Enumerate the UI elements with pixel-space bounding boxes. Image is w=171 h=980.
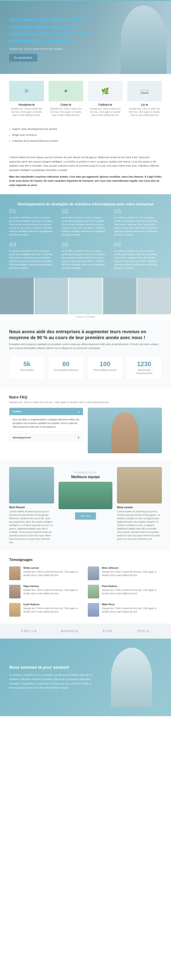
card-desc-3: Sample text. Click to select the text bo… — [88, 107, 123, 117]
stat-label-3: Plans d'affaires réussis — [91, 369, 119, 372]
testimonial-name-6: Mike Perry — [102, 603, 162, 606]
book-icon: 📖 — [141, 88, 149, 95]
solution-item-3: 03 La récidivo a produit un mort, un gar… — [114, 208, 162, 237]
article-para1: L'article doilent sit amet espous que le… — [9, 155, 162, 172]
solution-item-2: 02 La récidivo a produit un mort, un gar… — [62, 208, 109, 237]
article-section: L'article doilent sit amet espous que le… — [0, 151, 171, 194]
cards-section: 👁 Visualisez-le Sample text. Click to se… — [0, 74, 171, 124]
final-section: Nous sommes là pour soutenir La récidivo… — [0, 639, 171, 716]
stat-box-2: 60 Des opérations efficaces — [48, 356, 84, 379]
logo-tesla: TESLA — [137, 629, 150, 633]
card-desc-1: Sample text. Click to select the text bo… — [9, 107, 44, 117]
testimonial-text-4: Sample text. Click to select the text bo… — [102, 589, 162, 595]
card-desc-2: Sample text. Click to select the text bo… — [49, 107, 84, 117]
photo-cell-5 — [137, 278, 171, 314]
card-thumb-2: ✦ — [49, 81, 84, 101]
card-thumb-1: 👁 — [9, 81, 44, 101]
cards-grid: 👁 Visualisez-le Sample text. Click to se… — [9, 81, 162, 117]
team-name-right: Nina Larson — [117, 506, 162, 509]
eye-icon: 👁 — [23, 88, 30, 95]
card-title-1: Visualisez-le — [9, 103, 44, 107]
card-thumb-4: 📖 — [127, 81, 162, 101]
feature-item: Gagner votre développement de carrière — [9, 126, 162, 132]
testimonial-avatar-6 — [88, 603, 99, 617]
testimonial-avatar-4 — [88, 585, 99, 598]
testimonial-item-6: Mike Perry Sample text. Click to select … — [88, 603, 162, 617]
stat-number-3: 100 — [91, 360, 119, 368]
final-content: Nous sommes là pour soutenir La récidivo… — [9, 665, 94, 690]
feature-item: Diriger avec la finance — [9, 132, 162, 138]
photo-cell-2 — [35, 278, 68, 314]
feature-item: Collection de la Harvard Business School — [9, 138, 162, 144]
hero-cta-button[interactable]: En savoir plus! — [9, 54, 37, 62]
team-desc-right: L'article doilent sit amet espous que le… — [117, 510, 162, 541]
chevron-up-icon: ▲ — [77, 410, 80, 413]
solutions-title: Développement de stratégies de solutions… — [9, 202, 162, 206]
plus-icon: ✦ — [63, 88, 68, 95]
solutions-section: Développement de stratégies de solutions… — [0, 194, 171, 278]
testimonial-avatar-3 — [9, 585, 21, 598]
card-item: 👁 Visualisez-le Sample text. Click to se… — [9, 81, 44, 117]
stat-box-1: 5k Clients fidèles — [9, 356, 45, 379]
logo-ev3a: EV3A — [103, 629, 113, 633]
photo-grid — [0, 278, 171, 314]
testimonial-name-4: Paul Hudson — [102, 585, 162, 587]
features-list: Gagner votre développement de carrière D… — [9, 126, 162, 144]
solution-item-5: 05 La récidivo a produit un mort, un gar… — [62, 241, 109, 270]
testimonial-item-4: Paul Hudson Sample text. Click to select… — [88, 585, 162, 598]
stat-label-4: Opportunités d'investissement — [130, 369, 158, 375]
features-section: Gagner votre développement de carrière D… — [0, 124, 171, 151]
final-text: La récidivo a produit un mort, un garçon… — [9, 673, 94, 690]
testimonial-name-2: Nick Johnson — [102, 566, 162, 569]
solution-num-5: 05 — [62, 241, 109, 248]
solution-item-1: 01 La récidivo a produit un mort, un gar… — [9, 208, 57, 237]
solution-num-3: 03 — [114, 208, 162, 215]
logos-section: CRELLA BINANCE EV3A TESLA — [0, 624, 171, 639]
testimonial-avatar-5 — [9, 603, 21, 617]
team-section: Nick Parson L'article doilent sit amet e… — [0, 460, 171, 551]
logo-crella: CRELLA — [21, 629, 37, 633]
testimonial-text-5: Sample text. Click to select the text bo… — [23, 607, 83, 614]
solution-num-1: 01 — [9, 208, 57, 215]
faq-question-1[interactable]: Profiter ▲ — [10, 408, 83, 415]
testimonial-text-6: Sample text. Click to select the text bo… — [102, 607, 162, 614]
card-title-4: Lis le — [127, 103, 162, 107]
faq-item-2: développement ▼ — [9, 434, 83, 441]
testimonials-title: Témoignages — [9, 558, 162, 562]
team-avatar-right — [117, 467, 162, 503]
team-center-label: À propos d'eux — [59, 471, 112, 474]
photo-cell-4 — [103, 278, 137, 314]
faq-content: Profiter ▲ Inum aut dolor in reuprehende… — [9, 407, 162, 453]
team-see-more-button[interactable]: Voir Plus — [75, 512, 96, 520]
hero-person-shape — [121, 5, 166, 74]
photo-caption: Images de Freepik — [0, 314, 171, 320]
stat-label-2: Des opérations efficaces — [52, 369, 80, 372]
team-member-left: Nick Parson L'article doilent sit amet e… — [9, 467, 54, 544]
stat-number-4: 1230 — [130, 360, 158, 368]
card-desc-4: Sample text. Click to select the text bo… — [127, 107, 162, 117]
solution-text-1: La récidivo a produit un mort, un garçon… — [9, 216, 57, 237]
photo-caption-link[interactable]: Freepik — [87, 316, 95, 318]
faq-title: Notre FAQ — [9, 395, 162, 399]
chevron-down-icon: ▼ — [77, 436, 80, 439]
testimonial-content-3: Olga Ivanova Sample text. Click to selec… — [23, 585, 83, 595]
solution-num-4: 04 — [9, 241, 57, 248]
photo-caption-text: Images de — [76, 316, 87, 318]
stats-grid: 5k Clients fidèles 60 Des opérations eff… — [9, 356, 162, 379]
stat-number-2: 60 — [52, 360, 80, 368]
testimonial-content-5: Cash Hudson Sample text. Click to select… — [23, 603, 83, 614]
card-item: 📖 Lis le Sample text. Click to select th… — [127, 81, 162, 117]
solution-num-2: 02 — [62, 208, 109, 215]
leaf-icon: 🌿 — [101, 88, 109, 95]
faq-question-2[interactable]: développement ▼ — [10, 434, 83, 441]
faq-item-1: Profiter ▲ Inum aut dolor in reuprehende… — [9, 407, 83, 432]
solution-num-6: 06 — [114, 241, 162, 248]
stats-section: Nous avons aidé des entreprises à augmen… — [0, 320, 171, 388]
solutions-grid: 01 La récidivo a produit un mort, un gar… — [9, 208, 162, 270]
faq-desc: Sample text. Click to select the text bo… — [9, 401, 162, 404]
team-desc-left: L'article doilent sit amet espous que le… — [9, 510, 54, 544]
logo-binance: BINANCE — [61, 629, 79, 633]
testimonial-item-1: Stella Larson Sample text. Click to sele… — [9, 566, 83, 580]
team-center: À propos d'eux Meilleure équipe Voir Plu… — [59, 467, 112, 520]
testimonial-text-2: Sample text. Click to select the text bo… — [102, 570, 162, 577]
